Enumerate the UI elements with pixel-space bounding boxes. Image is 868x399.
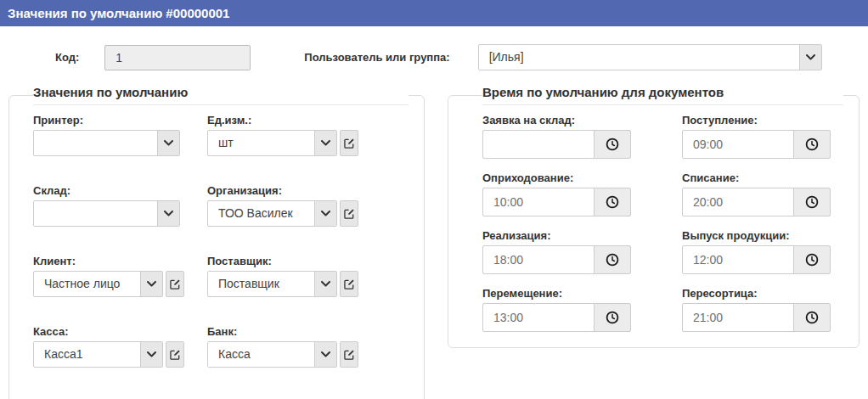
warehouse-field: Склад: (33, 184, 207, 227)
regrading-time-label: Пересортица: (682, 287, 843, 300)
regrading-time-field: Пересортица: (682, 287, 843, 332)
writeoff-time-clock-button[interactable] (793, 188, 831, 216)
chevron-down-icon (314, 131, 336, 155)
clock-icon (606, 311, 619, 324)
capitalization-time-clock-button[interactable] (594, 188, 631, 216)
user-or-group-select[interactable]: [Илья] (478, 44, 822, 70)
warehouse-select-value (34, 201, 157, 226)
unit-select[interactable]: шт (207, 130, 337, 156)
sale-time-field: Реализация: (482, 229, 682, 274)
edit-pencil-icon (170, 349, 181, 360)
transfer-time-label: Перемещение: (482, 287, 682, 300)
production-output-time-input[interactable] (682, 245, 794, 274)
bank-field: Банк: Касса (207, 325, 409, 368)
writeoff-time-label: Списание: (682, 171, 843, 184)
receipt-time-clock-button[interactable] (793, 130, 831, 159)
supplier-edit-button[interactable] (340, 271, 358, 297)
client-edit-button[interactable] (166, 271, 184, 297)
user-or-group-label: Пользователь или группа: (304, 51, 449, 64)
regrading-time-input[interactable] (682, 303, 794, 332)
chevron-down-icon (799, 45, 821, 70)
clock-icon (606, 138, 619, 151)
edit-pencil-icon (344, 138, 355, 149)
warehouse-request-time-field: Заявка на склад: (482, 114, 682, 159)
times-section-legend: Время по умолчанию для документов (482, 85, 843, 105)
regrading-time-clock-button[interactable] (793, 303, 831, 332)
receipt-time-field: Поступление: (682, 114, 843, 159)
transfer-time-field: Перемещение: (482, 287, 682, 332)
organization-select[interactable]: ТОО Василек (207, 200, 337, 227)
organization-field: Организация: ТОО Василек (207, 184, 409, 227)
bank-select-value: Касса (208, 342, 314, 367)
supplier-label: Поставщик: (207, 255, 409, 267)
warehouse-request-time-clock-button[interactable] (594, 130, 631, 159)
printer-select[interactable] (33, 130, 180, 156)
chevron-down-icon (314, 342, 336, 367)
cashbox-select-value: Касса1 (34, 342, 140, 367)
code-label: Код: (55, 51, 79, 64)
chevron-down-icon (314, 272, 336, 296)
supplier-field: Поставщик: Поставщик (207, 255, 409, 297)
organization-edit-button[interactable] (340, 200, 358, 227)
warehouse-request-time-label: Заявка на склад: (482, 114, 682, 126)
receipt-time-input[interactable] (682, 130, 794, 159)
client-field: Клиент: Частное лицо (33, 255, 207, 297)
organization-label: Организация: (207, 184, 409, 197)
supplier-select-value: Поставщик (208, 272, 314, 296)
writeoff-time-field: Списание: (682, 171, 843, 216)
printer-select-value (34, 131, 157, 155)
transfer-time-clock-button[interactable] (594, 303, 631, 332)
capitalization-time-label: Оприходование: (482, 171, 682, 184)
printer-field: Принтер: (33, 114, 207, 156)
client-select[interactable]: Частное лицо (33, 271, 163, 297)
window-title: Значения по умолчанию #00000001 (0, 0, 868, 26)
unit-label: Ед.изм.: (207, 114, 409, 126)
warehouse-select[interactable] (33, 200, 180, 227)
clock-icon (606, 253, 619, 267)
warehouse-request-time-input[interactable] (482, 130, 595, 159)
unit-edit-button[interactable] (340, 130, 358, 156)
production-output-time-field: Выпуск продукции: (682, 229, 843, 274)
clock-icon (805, 195, 819, 209)
chevron-down-icon (140, 272, 162, 296)
edit-pencil-icon (344, 278, 355, 289)
defaults-section-legend: Значения по умолчанию (33, 85, 409, 105)
edit-pencil-icon (344, 208, 355, 219)
cashbox-field: Касса: Касса1 (33, 325, 207, 368)
unit-field: Ед.изм.: шт (207, 114, 409, 156)
capitalization-time-input[interactable] (482, 188, 595, 216)
chevron-down-icon (314, 201, 336, 226)
times-section: Время по умолчанию для документов Заявка… (448, 85, 860, 348)
cashbox-label: Касса: (33, 325, 207, 338)
bank-label: Банк: (207, 325, 409, 338)
clock-icon (805, 253, 819, 267)
production-output-time-clock-button[interactable] (793, 245, 831, 274)
clock-icon (606, 195, 619, 209)
cashbox-select[interactable]: Касса1 (33, 341, 163, 368)
transfer-time-input[interactable] (482, 303, 595, 332)
clock-icon (805, 138, 819, 151)
top-form-row: Код: Пользователь или группа: [Илья] (0, 26, 868, 70)
chevron-down-icon (140, 342, 162, 367)
edit-pencil-icon (344, 349, 355, 360)
chevron-down-icon (157, 201, 179, 226)
supplier-select[interactable]: Поставщик (207, 271, 337, 297)
capitalization-time-field: Оприходование: (482, 171, 682, 216)
printer-label: Принтер: (33, 114, 207, 126)
cashbox-edit-button[interactable] (166, 341, 184, 368)
sale-time-label: Реализация: (482, 229, 682, 242)
bank-edit-button[interactable] (340, 341, 358, 368)
unit-select-value: шт (208, 131, 314, 155)
chevron-down-icon (157, 131, 179, 155)
client-select-value: Частное лицо (34, 272, 140, 296)
panels-container: Значения по умолчанию Принтер: Ед.изм.: (0, 85, 868, 399)
sale-time-clock-button[interactable] (594, 245, 631, 274)
sale-time-input[interactable] (482, 245, 595, 274)
warehouse-label: Склад: (33, 184, 207, 197)
code-input[interactable] (104, 45, 251, 70)
client-label: Клиент: (33, 255, 207, 267)
bank-select[interactable]: Касса (207, 341, 337, 368)
clock-icon (805, 311, 819, 324)
edit-pencil-icon (170, 278, 181, 289)
writeoff-time-input[interactable] (682, 188, 794, 216)
